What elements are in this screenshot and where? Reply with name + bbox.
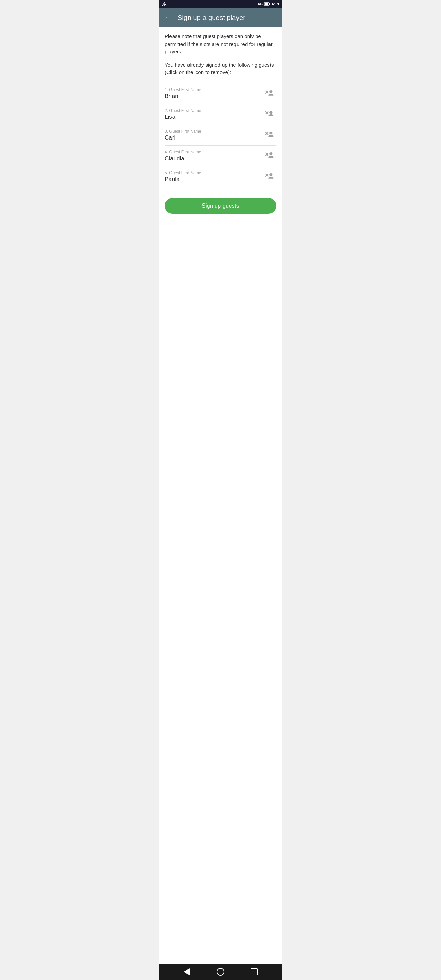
guest-item: 4. Guest First NameClaudia [165, 146, 276, 166]
guest-name: Carl [165, 134, 201, 141]
guest-label: 5. Guest First Name [165, 170, 201, 175]
status-bar-right: 4G 4:19 [258, 2, 279, 6]
status-bar: 4G 4:19 [159, 0, 282, 8]
time-display: 4:19 [272, 2, 279, 6]
app-bar: ← Sign up a guest player [159, 8, 282, 27]
guest-info: 1. Guest First NameBrian [165, 88, 201, 100]
guest-label: 4. Guest First Name [165, 150, 201, 154]
guest-info: 2. Guest First NameLisa [165, 108, 201, 121]
guest-label: 2. Guest First Name [165, 108, 201, 113]
notice-text: Please note that guest players can only … [165, 33, 276, 56]
svg-point-3 [269, 90, 272, 93]
guest-list: 1. Guest First NameBrian 2. Guest First … [165, 83, 276, 187]
svg-point-15 [269, 173, 272, 176]
guest-info: 5. Guest First NamePaula [165, 170, 201, 183]
battery-icon [264, 2, 270, 6]
guest-name: Claudia [165, 155, 201, 162]
remove-guest-button[interactable] [264, 150, 276, 162]
svg-point-9 [269, 132, 272, 134]
nav-recent-button[interactable] [248, 966, 260, 978]
guest-name: Lisa [165, 114, 201, 121]
guest-item: 2. Guest First NameLisa [165, 104, 276, 125]
warning-icon [162, 2, 167, 6]
content-area: Please note that guest players can only … [159, 27, 282, 964]
already-signed-text: You have already signed up the following… [165, 61, 276, 76]
status-bar-left [162, 2, 167, 6]
guest-item: 3. Guest First NameCarl [165, 125, 276, 146]
guest-name: Brian [165, 93, 201, 100]
nav-home-button[interactable] [214, 966, 227, 978]
sign-up-guests-button[interactable]: Sign up guests [165, 198, 276, 214]
remove-guest-button[interactable] [264, 170, 276, 183]
signal-indicator: 4G [258, 2, 263, 6]
guest-name: Paula [165, 176, 201, 183]
svg-point-12 [269, 153, 272, 155]
remove-guest-button[interactable] [264, 88, 276, 100]
nav-back-button[interactable] [181, 966, 193, 978]
svg-point-6 [269, 111, 272, 114]
svg-rect-2 [264, 3, 268, 5]
remove-guest-button[interactable] [264, 129, 276, 141]
remove-guest-button[interactable] [264, 108, 276, 121]
svg-rect-1 [269, 3, 270, 5]
guest-item: 5. Guest First NamePaula [165, 166, 276, 187]
guest-info: 3. Guest First NameCarl [165, 129, 201, 141]
back-button[interactable]: ← [165, 13, 172, 22]
guest-label: 1. Guest First Name [165, 88, 201, 92]
page-title: Sign up a guest player [178, 14, 245, 22]
bottom-nav [159, 964, 282, 980]
guest-item: 1. Guest First NameBrian [165, 83, 276, 104]
guest-info: 4. Guest First NameClaudia [165, 150, 201, 162]
guest-label: 3. Guest First Name [165, 129, 201, 134]
